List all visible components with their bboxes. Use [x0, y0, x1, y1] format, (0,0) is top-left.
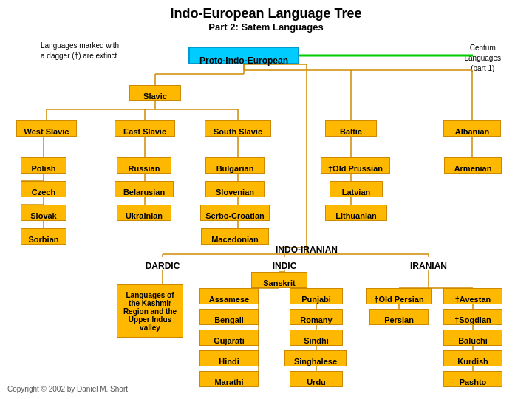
node-macedonian: Macedonian [201, 228, 269, 245]
node-urdu: Urdu [290, 371, 343, 387]
node-avestan: †Avestan [443, 288, 502, 304]
node-gujarati: Gujarati [200, 330, 259, 346]
node-east_slavic: East Slavic [115, 120, 175, 137]
node-sindhi: Sindhi [290, 330, 343, 346]
node-kurdish: Kurdish [443, 350, 502, 366]
node-old_persian: †Old Persian [366, 288, 432, 304]
node-marathi: Marathi [200, 371, 259, 387]
node-indic: INDIC [262, 257, 307, 270]
node-serbo_croatian: Serbo-Croatian [200, 205, 270, 221]
page-title: Indo-European Language Tree [0, 0, 532, 21]
node-czech: Czech [21, 181, 66, 197]
node-dardic: DARDIC [137, 257, 188, 270]
node-polish: Polish [21, 157, 66, 174]
node-punjabi: Punjabi [290, 288, 343, 304]
node-proto: Proto-Indo-European [188, 47, 299, 64]
node-singhalese: Singhalese [284, 350, 347, 366]
node-ukrainian: Ukrainian [117, 205, 171, 221]
centum-label: CentumLanguages(part 1) [465, 43, 502, 74]
node-romany: Romany [290, 309, 343, 325]
node-pashto: Pashto [443, 371, 502, 387]
node-sogdian: †Sogdian [443, 309, 502, 325]
node-sorbian: Sorbian [21, 228, 66, 245]
node-assamese: Assamese [200, 288, 259, 304]
node-sanskrit: Sanskrit [251, 272, 307, 288]
node-albanian: Albanian [443, 120, 501, 137]
node-slovak: Slovak [21, 205, 66, 221]
node-kashmir: Languages ofthe KashmirRegion and theUpp… [117, 284, 183, 338]
node-bulgarian: Bulgarian [205, 157, 265, 174]
node-latvian: Latvian [330, 181, 383, 197]
node-south_slavic: South Slavic [205, 120, 271, 137]
node-slavic: Slavic [129, 85, 181, 101]
node-persian: Persian [369, 309, 429, 325]
node-indo_iranian: INDO-IRANIAN [270, 241, 344, 254]
node-belarusian: Belarusian [115, 181, 174, 197]
copyright: Copyright © 2002 by Daniel M. Short [7, 385, 128, 393]
node-bengali: Bengali [200, 309, 259, 325]
extinct-note: Languages marked with a dagger (†) are e… [41, 41, 119, 61]
node-baltic: Baltic [325, 120, 377, 137]
page-subtitle: Part 2: Satem Languages [0, 21, 532, 33]
node-slovenian: Slovenian [205, 181, 265, 197]
node-baluchi: Baluchi [443, 330, 502, 346]
node-lithuanian: Lithuanian [325, 205, 387, 221]
node-west_slavic: West Slavic [16, 120, 77, 137]
node-armenian: Armenian [444, 157, 502, 174]
node-russian: Russian [117, 157, 171, 174]
node-old_prussian: †Old Prussian [321, 157, 390, 174]
node-hindi: Hindi [200, 350, 259, 366]
node-iranian: IRANIAN [403, 257, 454, 270]
